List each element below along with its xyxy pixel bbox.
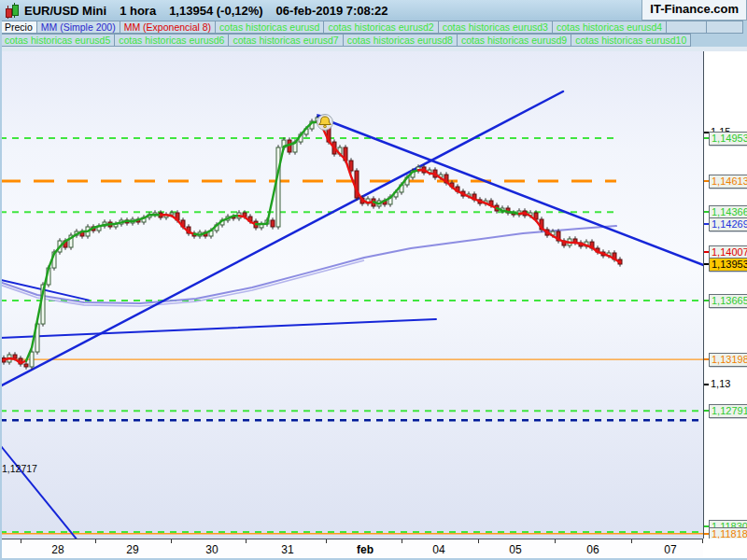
time-axis-tick (21, 539, 21, 543)
trendline[interactable] (0, 445, 93, 539)
indicator-button[interactable]: cotas historicas eurusd10 (571, 34, 691, 47)
candle-bull (30, 352, 34, 367)
time-axis-label: 04 (432, 543, 444, 556)
sma-200-line (0, 226, 616, 303)
axis-corner (703, 539, 747, 558)
price-axis-label: 1,14613 (709, 175, 747, 189)
indicator-button[interactable]: cotas historicas eurusd8 (344, 34, 458, 47)
time-axis-tick (402, 539, 402, 543)
indicator-button[interactable]: MM (Exponencial 8) (120, 21, 216, 34)
title-bar: EUR/USD Mini 1 hora 1,13954 (-0,12%) 06-… (0, 0, 747, 21)
trendline[interactable] (0, 319, 436, 338)
time-axis-label: 07 (664, 543, 676, 556)
price-axis-label: 1,14269 (709, 217, 747, 231)
candle-bear (271, 220, 275, 227)
chart-canvas[interactable] (0, 51, 703, 539)
indicator-button-empty[interactable] (667, 21, 707, 34)
candle-bull (170, 213, 174, 215)
time-axis-tick (171, 539, 172, 543)
time-axis-label: 05 (509, 543, 521, 556)
indicator-button[interactable]: cotas historicas eurusd9 (458, 34, 571, 47)
quote-datetime: 06-feb-2019 7:08:22 (276, 4, 388, 18)
indicator-button[interactable]: MM (Simple 200) (37, 21, 120, 34)
time-axis-tick (326, 539, 327, 543)
indicator-button[interactable]: cotas historicas eurusd2 (324, 21, 438, 34)
trendline[interactable] (317, 117, 703, 266)
indicator-row-2: cotas historicas eurusd5cotas historicas… (0, 34, 747, 47)
timeframe-label: 1 hora (120, 4, 156, 18)
indicator-button[interactable]: cotas historicas eurusd7 (229, 34, 343, 47)
time-axis-tick (478, 539, 479, 543)
chart-plot-area[interactable]: 1,12717 ©IT-Finance.com (0, 51, 704, 539)
price-axis-label: 1,14953 (709, 132, 747, 146)
time-axis-tick (246, 539, 247, 543)
candlestick-icon (4, 3, 19, 18)
indicator-button[interactable]: Precio (0, 21, 37, 34)
indicator-button[interactable]: cotas historicas eurusd3 (439, 21, 553, 34)
current-price-label: 1,13953 (709, 258, 747, 272)
indicator-button[interactable]: cotas historicas eurusd5 (0, 34, 115, 47)
time-axis-label: 28 (51, 543, 63, 556)
last-price-change: 1,13954 (-0,12%) (169, 4, 262, 18)
chart-window: EUR/USD Mini 1 hora 1,13954 (-0,12%) 06-… (0, 0, 747, 560)
indicator-button[interactable]: cotas historicas eurusd6 (115, 34, 229, 47)
ema-8-line (26, 215, 161, 360)
price-axis-label: 1,12791 (709, 404, 747, 418)
time-axis-tick (95, 539, 96, 543)
symbol-name: EUR/USD Mini (24, 4, 106, 18)
candle-bull (276, 147, 280, 227)
candle-bear (24, 364, 28, 367)
indicator-row-1: PrecioMM (Simple 200)MM (Exponencial 8)c… (0, 21, 747, 34)
price-axis-label: 1,13 (709, 378, 732, 390)
time-axis-label: 29 (126, 543, 138, 556)
ema-8-line (239, 216, 256, 224)
indicator-button[interactable]: cotas historicas eurusd (216, 21, 324, 34)
time-axis-label: 31 (281, 543, 293, 556)
price-axis-label: 1,13198 (709, 353, 747, 367)
time-axis-label: 06 (586, 543, 599, 556)
time-axis-tick (555, 539, 556, 543)
time-axis-tick (631, 539, 632, 543)
time-axis-label: 30 (205, 543, 218, 556)
price-axis-label: 1,13665 (709, 294, 747, 308)
indicator-button-empty[interactable] (707, 21, 743, 34)
time-axis[interactable]: 28293031feb04050607 (0, 539, 703, 559)
brand-label: IT-Finance.com (641, 0, 747, 21)
time-axis-label: feb (357, 543, 374, 556)
price-level-inline-label: 1,12717 (2, 463, 37, 474)
bell-clapper (324, 125, 327, 128)
indicator-button[interactable]: cotas historicas eurusd4 (553, 21, 667, 34)
window-frame-left (0, 21, 2, 558)
price-axis[interactable]: 1,151,131,149531,146131,143661,142691,14… (704, 51, 747, 539)
